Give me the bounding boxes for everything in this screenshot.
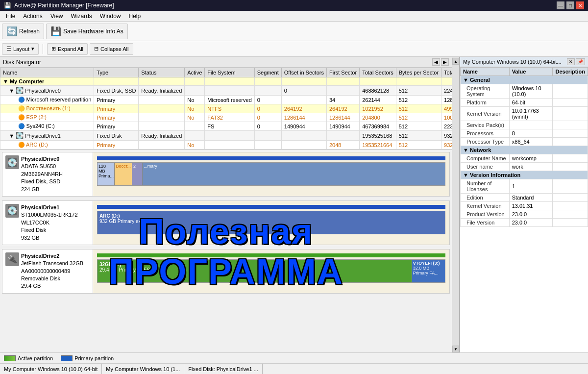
cell-name: 🔵 Sys240 (C:)	[0, 122, 94, 131]
status-right-text: Fixed Disk: PhysicalDrive1 ...	[188, 366, 258, 372]
partition-seg-primary-128[interactable]: 128 MB Prima...	[98, 163, 115, 185]
table-row[interactable]: ▼ 💽 PhysicalDrive1 Fixed Disk Ready, Ini…	[0, 131, 452, 141]
cell-total: 1953525168	[360, 131, 396, 141]
partition-seg-arc[interactable]: ARC (D:) 932 GB Primary exFAT	[98, 211, 445, 234]
cell-bps: 512	[396, 113, 441, 122]
cell-type: Primary	[94, 96, 139, 104]
collapse-all-button[interactable]: ⊟ Collapse All	[90, 43, 133, 55]
right-panel-pin[interactable]: 📌	[576, 58, 585, 65]
table-row[interactable]: 🟡 Восстановить (1:) Primary No NTFS 0 26…	[0, 104, 452, 113]
scroll-up-button[interactable]: ▲	[452, 58, 459, 65]
menu-actions[interactable]: Actions	[19, 12, 46, 21]
props-row: Kernel Version 13.01.31	[461, 202, 588, 210]
toolbar-secondary: ☰ Layout ▾ ⊞ Expand All ⊟ Collapse All	[0, 41, 588, 57]
col-name: Name	[0, 68, 94, 77]
expand-all-button[interactable]: ⊞ Expand All	[47, 43, 88, 55]
cell-first: 34	[326, 96, 359, 104]
maximize-button[interactable]: □	[566, 1, 574, 9]
right-panel-title: My Computer Windows 10 (10.0) 64-bit...	[463, 59, 562, 65]
disk-info-2: 🔌 PhysicalDrive2 JetFlash Transcend 32GB…	[2, 249, 93, 293]
disk-model-2: JetFlash Transcend 32GB	[21, 260, 83, 267]
cell-filesystem: Microsoft reserved	[205, 96, 254, 104]
cell-size: 223	[441, 122, 452, 131]
prop-name: Kernel Version	[461, 202, 510, 210]
app-icon: 💾	[4, 2, 11, 9]
cell-name: ▼ 💽 PhysicalDrive1	[0, 131, 94, 141]
prop-col-desc: Description	[553, 68, 588, 76]
status-left-text: My Computer Windows 10 (10.0) 64-bit	[4, 366, 98, 372]
partition-seg-restore[interactable]: Восст...	[115, 163, 132, 185]
disk-bar-top-1	[97, 205, 445, 209]
status-middle-text: My Computer Windows 10 (1...	[106, 366, 180, 372]
cell-active	[185, 86, 205, 96]
cell-size	[441, 77, 452, 86]
props-row: User name work	[461, 163, 588, 171]
table-row[interactable]: 🔵 Microsoft reserved partition Primary N…	[0, 96, 452, 104]
right-panel-close[interactable]: ✕	[567, 58, 575, 65]
props-section-header: ▼ Network	[461, 146, 588, 154]
table-row[interactable]: 🟠 ARC (D:) Primary No 2048 1953521664 51…	[0, 141, 452, 150]
menu-file[interactable]: File	[2, 12, 19, 21]
table-row[interactable]: 🟠 ESP (2:) Primary No FAT32 0 1286144 12…	[0, 113, 452, 122]
prop-name: Product Version	[461, 210, 510, 219]
menu-window[interactable]: Window	[96, 12, 125, 21]
cell-size: 100 M	[441, 113, 452, 122]
table-row[interactable]: ▼ My Computer	[0, 77, 452, 86]
cell-active: No	[185, 104, 205, 113]
disk-navigator-title: Disk Navigator	[3, 59, 41, 66]
status-left: My Computer Windows 10 (10.0) 64-bit	[0, 364, 102, 374]
col-total: Total Sectors	[360, 68, 396, 77]
menu-wizards[interactable]: Wizards	[67, 12, 96, 21]
prop-value: work	[509, 163, 553, 171]
legend-active-label: Active partition	[18, 355, 53, 361]
disk-id-1: PhysicalDrive1	[21, 204, 78, 211]
partition-seg-sys240[interactable]: ...mary	[143, 163, 445, 185]
cell-offset: 1490944	[281, 122, 326, 131]
cell-active	[185, 77, 205, 86]
menu-view[interactable]: View	[47, 12, 67, 21]
partition-seg-esp[interactable]: 2	[132, 163, 143, 185]
scroll-down-button[interactable]: ▼	[452, 346, 459, 352]
table-row[interactable]: ▼ 💽 PhysicalDrive0 Fixed Disk, SSD Ready…	[0, 86, 452, 96]
partition-seg-32gb-e[interactable]: 32Gb (E:) 29.4 GB Primary NTFS	[98, 260, 412, 282]
save-hardware-info-button[interactable]: 💾 Save Hardware Info As	[46, 24, 128, 39]
cell-name: ▼ My Computer	[0, 77, 94, 86]
nav-scroll-right[interactable]: ▶	[441, 58, 449, 66]
partition-seg-vtoyefi[interactable]: VTOYEFI (3:) 32.0 MB Primary FA...	[412, 260, 445, 282]
toolbar-divider	[43, 44, 43, 54]
props-row: File Version 23.0.0	[461, 219, 588, 227]
refresh-button[interactable]: 🔄 Refresh	[2, 24, 44, 39]
menu-help[interactable]: Help	[125, 12, 145, 21]
layout-button[interactable]: ☰ Layout ▾	[2, 43, 39, 55]
disk-size-0: 224 GB	[21, 186, 63, 193]
collapse-label: Collapse All	[100, 46, 128, 52]
cell-offset: 264192	[281, 104, 326, 113]
props-header: Name Value Description	[461, 68, 588, 76]
nav-scroll-left[interactable]: ◀	[432, 58, 440, 66]
cell-bps: 512	[396, 86, 441, 96]
cell-status	[139, 96, 185, 104]
legend-active-color	[4, 355, 16, 361]
prop-name: Processors	[461, 129, 510, 138]
cell-segment: 0	[254, 113, 281, 122]
cell-total: 262144	[360, 96, 396, 104]
cell-first: 1286144	[326, 113, 359, 122]
cell-bps: 512	[396, 131, 441, 141]
partition-table-wrapper: Name Type Status Active File System Segm…	[0, 68, 452, 150]
disk-info-text-1: PhysicalDrive1 ST1000LM035-1RK172 WL17CC…	[21, 204, 78, 242]
cell-status	[139, 77, 185, 86]
close-button[interactable]: ✕	[576, 1, 584, 9]
cell-segment	[254, 141, 281, 150]
cell-type: Fixed Disk, SSD	[94, 86, 139, 96]
left-section: Disk Navigator ◀ ▶ Name Type Status Acti…	[0, 57, 452, 352]
disk-item-2: 🔌 PhysicalDrive2 JetFlash Transcend 32GB…	[2, 249, 450, 294]
cell-size: 128 M	[441, 96, 452, 104]
cell-segment	[254, 77, 281, 86]
cell-active: No	[185, 141, 205, 150]
prop-value: x86_64	[509, 138, 553, 146]
minimize-button[interactable]: —	[557, 1, 564, 9]
prop-value: 23.0.0	[509, 210, 553, 219]
cell-name: 🟠 ARC (D:)	[0, 141, 94, 150]
table-row[interactable]: 🔵 Sys240 (C:) Primary FS 0 1490944 14909…	[0, 122, 452, 131]
cell-offset	[281, 141, 326, 150]
